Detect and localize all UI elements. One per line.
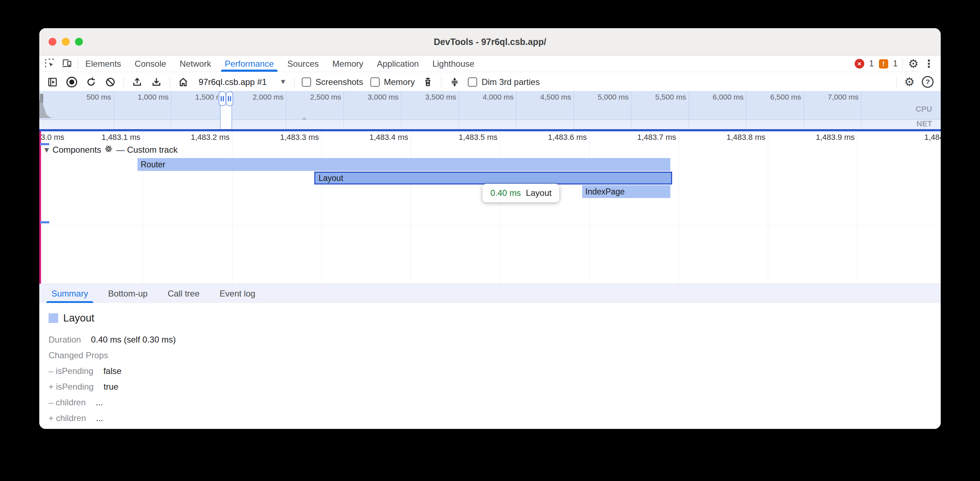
details-tab-call-tree[interactable]: Call tree [167,284,199,303]
ruler-tick-label: 1,484 [924,133,941,142]
overview-gridline [631,91,632,129]
screenshots-label: Screenshots [315,77,363,87]
memory-checkbox[interactable] [371,78,380,87]
tab-console[interactable]: Console [135,56,166,72]
overview-tick-label: 500 ms [86,93,114,102]
tab-memory[interactable]: Memory [332,56,364,72]
track-bottom-divider [39,226,941,226]
tab-application[interactable]: Application [377,56,418,72]
details-tab-event-log[interactable]: Event log [220,284,255,303]
error-badge-icon[interactable]: × [854,59,864,68]
summary-row-value: ... [96,397,103,408]
overview-gridline [574,91,574,129]
summary-panel: Layout Duration0.40 ms (self 0.30 ms)Cha… [39,303,941,429]
summary-event-title: Layout [63,312,94,324]
ruler-tick-label: 1,483.5 ms [458,133,500,142]
react-atom-icon [105,145,113,155]
overview-tick-label: 6,500 ms [770,93,803,102]
settings-gear-icon[interactable]: ⚙ [908,58,919,70]
summary-row-value: true [103,382,118,392]
save-profile-icon[interactable] [150,76,162,88]
summary-row: – isPendingfalse [49,363,941,379]
inspect-element-icon[interactable] [44,58,55,70]
scroll-position-marker [40,143,49,145]
capture-settings-gear-icon[interactable]: ⚙ [904,76,915,88]
tab-performance[interactable]: Performance [224,56,274,72]
flame-event-label: Router [141,160,165,170]
overview-tick-label: 3,500 ms [425,93,458,102]
load-profile-icon[interactable] [131,76,143,88]
record-and-reload-icon[interactable] [85,76,97,88]
details-tab-bottom-up[interactable]: Bottom-up [108,284,148,303]
summary-row-label: Changed Props [49,351,108,360]
more-options-icon[interactable]: ⋮ [924,59,934,69]
details-tab-label: Summary [51,289,88,298]
clear-icon[interactable] [104,76,116,88]
ruler-gridline [321,131,322,143]
timeline-overview[interactable]: CPU NET 500 ms1,000 ms1,500 ms2,000 ms2,… [39,91,941,129]
overview-gridline [458,91,459,129]
summary-row: – children... [49,395,941,410]
dim-3rd-parties-checkbox[interactable] [468,78,477,87]
track-name: Components [52,145,101,155]
overview-gridline [689,91,689,129]
ruler-gridline [857,131,858,143]
summary-row-label: + isPending [49,382,94,392]
tab-label: Application [377,59,418,69]
overview-tick-label: 2,000 ms [253,93,286,102]
collapse-flame-icon[interactable] [449,76,461,88]
overview-tick-label: 1,000 ms [138,93,171,102]
tab-network[interactable]: Network [180,56,211,72]
screenshots-checkbox[interactable] [302,78,311,87]
cpu-axis-label: CPU [916,105,932,114]
memory-checkbox-row[interactable]: Memory [371,77,415,87]
error-count: 1 [869,59,874,68]
flame-event-indexpage[interactable]: IndexPage [582,185,670,198]
tab-lighthouse[interactable]: Lighthouse [433,56,474,72]
selection-right-handle[interactable] [226,91,233,106]
window-title: DevTools - 97r6ql.csb.app/ [39,28,941,55]
summary-row-label: + children [49,413,86,423]
overview-gridline [344,91,344,129]
record-icon[interactable] [66,76,78,88]
flame-event-router[interactable]: Router [137,158,670,171]
details-tab-summary[interactable]: Summary [51,284,88,303]
custom-track-header[interactable]: ▼ Components — Custom track [44,145,178,155]
ruler-gridline [232,131,232,143]
tab-sources[interactable]: Sources [288,56,319,72]
divider [902,59,903,69]
help-icon[interactable]: ? [922,76,934,88]
flamechart-area[interactable]: ▼ Components — Custom track RouterLayout… [39,143,941,284]
warning-badge-icon[interactable]: ! [879,59,888,68]
chevron-down-icon: ▼ [281,79,285,84]
dim-3rd-parties-checkbox-row[interactable]: Dim 3rd parties [468,77,539,87]
ruler-tick-label: 1,483.4 ms [369,133,411,142]
net-axis-label: NET [916,119,932,129]
target-selector-dropdown[interactable]: 97r6ql.csb.app #1 ▼ [196,77,287,87]
flame-event-label: Layout [318,173,343,183]
tab-label: Sources [288,59,319,69]
collect-garbage-icon[interactable] [422,76,434,88]
home-icon[interactable] [177,76,189,88]
tooltip-duration: 0.40 ms [490,188,521,198]
summary-row: + isPendingtrue [49,379,941,395]
title-bar: DevTools - 97r6ql.csb.app/ [39,28,941,56]
tab-elements[interactable]: Elements [85,56,121,72]
overview-gridline [286,91,286,129]
overview-tick-label: 5,000 ms [598,93,631,102]
flame-event-layout[interactable]: Layout [314,171,672,184]
ruler-tick-label: 3.0 ms [40,133,64,142]
overview-tick-label: 4,500 ms [540,93,574,102]
selection-left-handle[interactable] [219,91,226,106]
screenshots-checkbox-row[interactable]: Screenshots [302,77,363,87]
flame-gridline [857,143,858,284]
collapse-track-caret-icon[interactable]: ▼ [44,147,49,153]
ruler-tick-label: 1,483.1 ms [102,133,143,142]
summary-row-label: – isPending [49,366,93,376]
device-toolbar-icon[interactable] [61,58,72,70]
details-tab-bar: SummaryBottom-upCall treeEvent log [39,284,941,304]
ruler-tick-label: 1,483.3 ms [280,133,321,142]
live-metrics-panel-icon[interactable] [46,76,59,88]
divider [124,77,124,87]
overview-tick-label: 5,500 ms [655,93,689,102]
